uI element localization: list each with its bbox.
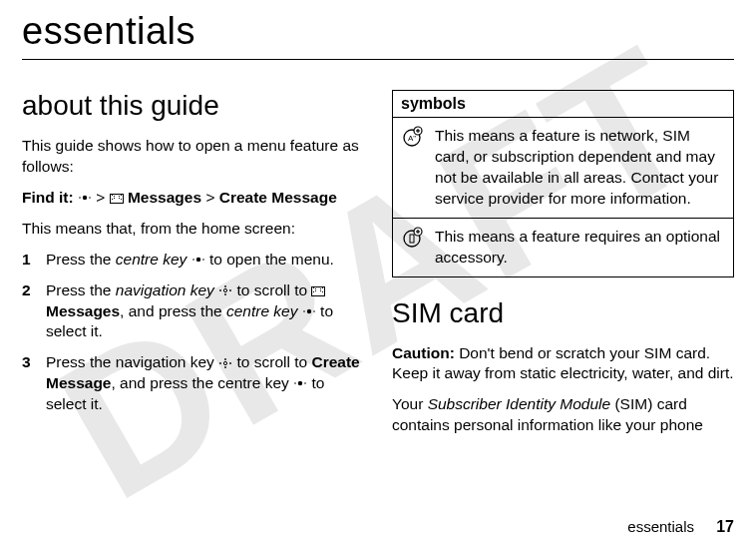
findit-create: Create Message <box>219 189 337 206</box>
centre-key-icon <box>78 191 92 207</box>
navigation-key-icon <box>218 283 232 299</box>
svg-point-20 <box>294 383 296 385</box>
step-text: Press the centre key to open the menu. <box>46 250 334 271</box>
svg-point-0 <box>83 196 87 200</box>
centre-key-term: centre key <box>116 251 188 268</box>
page-number: 17 <box>716 518 734 535</box>
about-guide-intro: This guide shows how to open a menu feat… <box>22 136 364 178</box>
left-column: about this guide This guide shows how to… <box>22 90 364 446</box>
svg-point-5 <box>202 259 204 261</box>
sim-description: Your Subscriber Identity Module (SIM) ca… <box>392 394 734 436</box>
step-2: 2 Press the navigation key to scroll to … <box>22 280 364 343</box>
sim-card-heading: SIM card <box>392 297 734 329</box>
svg-point-4 <box>192 259 194 261</box>
symbols-header: symbols <box>393 91 734 118</box>
page-title: essentials <box>22 10 734 53</box>
step-number: 1 <box>22 250 36 271</box>
envelope-icon <box>311 286 325 296</box>
step-number: 2 <box>22 280 36 343</box>
step-pre: Press the navigation key <box>46 353 218 370</box>
svg-point-6 <box>224 285 226 287</box>
svg-point-18 <box>224 361 227 364</box>
svg-point-21 <box>304 383 306 385</box>
step-mid: to scroll to <box>232 353 311 370</box>
table-row: A" This means a feature is network, SIM … <box>393 118 734 219</box>
svg-point-14 <box>224 358 226 360</box>
svg-point-16 <box>219 362 221 364</box>
centre-key-icon <box>302 304 316 320</box>
step-text: Press the navigation key to scroll to Me… <box>46 280 364 343</box>
svg-rect-28 <box>410 235 414 243</box>
symbols-row-text: This means a feature requires an optiona… <box>427 218 734 276</box>
find-it-label: Find it: <box>22 189 74 206</box>
symbols-table: symbols A" This mea <box>392 90 734 277</box>
step-pre: Press the <box>46 281 116 298</box>
means-line: This means that, from the home screen: <box>22 219 364 240</box>
svg-point-9 <box>229 289 231 291</box>
step-pre: Press the <box>46 251 116 268</box>
title-rule <box>22 59 734 60</box>
page-footer: essentials 17 <box>627 518 734 536</box>
svg-point-11 <box>307 308 311 312</box>
about-guide-heading: about this guide <box>22 90 364 122</box>
svg-point-2 <box>89 197 91 199</box>
svg-point-19 <box>298 381 302 385</box>
svg-point-7 <box>224 293 226 295</box>
svg-point-13 <box>313 310 315 312</box>
svg-point-1 <box>79 197 81 199</box>
table-row: This means a feature requires an optiona… <box>393 218 734 276</box>
svg-point-3 <box>195 258 199 262</box>
findit-sep1: > <box>96 189 109 206</box>
svg-text:A": A" <box>408 134 416 143</box>
nav-key-term: navigation key <box>116 281 214 298</box>
svg-point-8 <box>219 289 221 291</box>
navigation-key-icon <box>218 356 232 372</box>
step-mid2: , and press the centre key <box>111 374 293 391</box>
svg-point-12 <box>303 310 305 312</box>
two-column-layout: about this guide This guide shows how to… <box>22 90 734 446</box>
step-mid: to scroll to <box>237 281 312 298</box>
step-mid2: , and press the <box>120 302 226 319</box>
footer-section: essentials <box>627 518 694 535</box>
centre-key-term: centre key <box>226 302 298 319</box>
symbols-row-text: This means a feature is network, SIM car… <box>427 118 734 219</box>
findit-sep2: > <box>205 189 218 206</box>
envelope-icon <box>110 194 124 204</box>
right-column: symbols A" This mea <box>392 90 734 446</box>
centre-key-icon <box>293 376 307 392</box>
findit-messages: Messages <box>128 189 201 206</box>
step-text: Press the navigation key to scroll to Cr… <box>46 352 364 415</box>
sim-caution: Caution: Don't bend or scratch your SIM … <box>392 343 734 385</box>
step-3: 3 Press the navigation key to scroll to … <box>22 352 364 415</box>
step-post: to open the menu. <box>209 251 334 268</box>
messages-bold: Messages <box>46 302 120 319</box>
svg-point-15 <box>224 366 226 368</box>
steps-list: 1 Press the centre key to open the menu.… <box>22 250 364 415</box>
caution-label: Caution: <box>392 344 455 361</box>
accessory-required-icon <box>393 218 428 276</box>
sim-pre: Your <box>392 395 428 412</box>
step-1: 1 Press the centre key to open the menu. <box>22 250 364 271</box>
svg-point-17 <box>229 362 231 364</box>
sim-italic: Subscriber Identity Module <box>428 395 611 412</box>
step-number: 3 <box>22 352 36 415</box>
svg-point-10 <box>224 288 227 291</box>
centre-key-icon <box>191 253 205 269</box>
network-dependent-icon: A" <box>393 118 428 219</box>
find-it-line: Find it: > Messages > Create Message <box>22 188 364 209</box>
